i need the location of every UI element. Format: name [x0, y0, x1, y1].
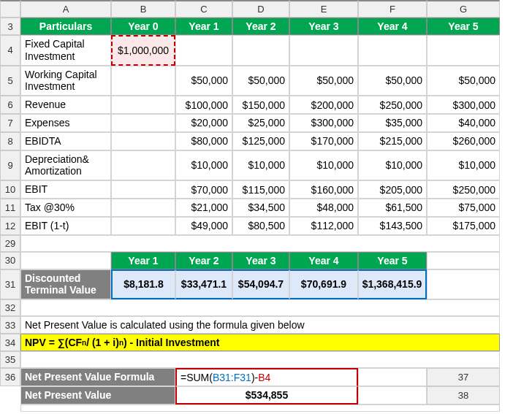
- col-D[interactable]: D: [232, 0, 289, 18]
- hdr2-y4[interactable]: Year 4: [289, 252, 358, 269]
- cell-dtv-y3[interactable]: $54,094.7: [232, 269, 289, 300]
- cell-dtv-y2[interactable]: $33,471.1: [175, 269, 232, 300]
- label-dtv[interactable]: Discounted Terminal Value: [20, 269, 111, 300]
- cell-37-G[interactable]: [358, 386, 427, 405]
- row-31[interactable]: 31: [0, 269, 20, 300]
- cell-ebidta-D[interactable]: $125,000: [232, 132, 289, 150]
- cell-rev-G[interactable]: $300,000: [427, 96, 500, 114]
- label-ebidta[interactable]: EBIDTA: [20, 132, 111, 150]
- cell-ebit-C[interactable]: $70,000: [175, 180, 232, 199]
- npv-formula-text[interactable]: NPV = ∑(CFn / (1 + i)n) - Initial Invest…: [20, 334, 500, 351]
- cell-ebit1t-G[interactable]: $175,000: [427, 217, 500, 235]
- row-6[interactable]: 6: [0, 96, 20, 114]
- cell-exp-F[interactable]: $35,000: [358, 114, 427, 132]
- cell-tax-F[interactable]: $61,500: [358, 199, 427, 217]
- row-10[interactable]: 10: [0, 180, 20, 199]
- cell-fci-C[interactable]: [175, 35, 232, 66]
- hdr2-y1[interactable]: Year 1: [111, 252, 175, 269]
- cell-dtv-y4[interactable]: $70,691.9: [289, 269, 358, 300]
- label-tax[interactable]: Tax @30%: [20, 199, 111, 217]
- cell-ebit-B[interactable]: [111, 180, 175, 199]
- cell-exp-E[interactable]: $300,000: [289, 114, 358, 132]
- cell-da-D[interactable]: $10,000: [232, 150, 289, 181]
- cell-dtv-y1[interactable]: $8,181.8: [111, 269, 175, 300]
- cell-fci-F[interactable]: [358, 35, 427, 66]
- col-C[interactable]: C: [175, 0, 232, 18]
- cell-tax-G[interactable]: $75,000: [427, 199, 500, 217]
- label-da[interactable]: Depreciation& Amortization: [20, 150, 111, 181]
- row-29[interactable]: 29: [0, 235, 20, 252]
- cell-da-E[interactable]: $10,000: [289, 150, 358, 181]
- row-7[interactable]: 7: [0, 114, 20, 132]
- cell-ebit-E[interactable]: $160,000: [289, 180, 358, 199]
- label-exp[interactable]: Expenses: [20, 114, 111, 132]
- row-11[interactable]: 11: [0, 199, 20, 217]
- col-B[interactable]: B: [111, 0, 175, 18]
- label-rev[interactable]: Revenue: [20, 96, 111, 114]
- cell-rev-E[interactable]: $200,000: [289, 96, 358, 114]
- hdr-y0[interactable]: Year 0: [111, 18, 175, 35]
- row-30[interactable]: 30: [0, 252, 20, 269]
- hdr2-y3[interactable]: Year 3: [232, 252, 289, 269]
- cell-wci-D[interactable]: $50,000: [232, 66, 289, 96]
- hdr2-y2[interactable]: Year 2: [175, 252, 232, 269]
- col-A[interactable]: A: [20, 0, 111, 18]
- cell-fci-B[interactable]: $1,000,000: [111, 35, 175, 66]
- note-npv[interactable]: Net Present Value is calculated using th…: [20, 316, 500, 334]
- label-fci[interactable]: Fixed Capital Investment: [20, 35, 111, 66]
- row-36[interactable]: 36: [0, 368, 20, 386]
- label-wci[interactable]: Working Capital Investment: [20, 66, 111, 96]
- cell-30-A[interactable]: [20, 252, 111, 269]
- hdr-y1[interactable]: Year 1: [175, 18, 232, 35]
- cell-tax-C[interactable]: $21,000: [175, 199, 232, 217]
- cell-ebit1t-C[interactable]: $49,000: [175, 217, 232, 235]
- row-3[interactable]: 3: [0, 18, 20, 35]
- cell-da-F[interactable]: $10,000: [358, 150, 427, 181]
- cell-exp-G[interactable]: $40,000: [427, 114, 500, 132]
- cell-ebidta-F[interactable]: $215,000: [358, 132, 427, 150]
- cell-exp-B[interactable]: [111, 114, 175, 132]
- hdr-y5[interactable]: Year 5: [427, 18, 500, 35]
- cell-ebidta-B[interactable]: [111, 132, 175, 150]
- cell-wci-B[interactable]: [111, 66, 175, 96]
- spreadsheet[interactable]: A B C D E F G 3 Particulars Year 0 Year …: [0, 0, 532, 412]
- cell-da-G[interactable]: $10,000: [427, 150, 500, 181]
- cell-ebit1t-B[interactable]: [111, 217, 175, 235]
- row-38-blank[interactable]: [20, 405, 500, 412]
- row-35-blank[interactable]: [20, 351, 500, 368]
- cell-ebidta-C[interactable]: $80,000: [175, 132, 232, 150]
- cell-wci-F[interactable]: $50,000: [358, 66, 427, 96]
- cell-fci-G[interactable]: [427, 35, 500, 66]
- label-ebit1t[interactable]: EBIT (1-t): [20, 217, 111, 235]
- cell-wci-E[interactable]: $50,000: [289, 66, 358, 96]
- cell-ebit-G[interactable]: $250,000: [427, 180, 500, 199]
- cell-fci-E[interactable]: [289, 35, 358, 66]
- cell-exp-D[interactable]: $25,000: [232, 114, 289, 132]
- row-5[interactable]: 5: [0, 66, 20, 96]
- col-E[interactable]: E: [289, 0, 358, 18]
- row-29-blank[interactable]: [20, 235, 500, 252]
- cell-ebit-D[interactable]: $115,000: [232, 180, 289, 199]
- cell-ebidta-E[interactable]: $170,000: [289, 132, 358, 150]
- cell-tax-E[interactable]: $48,000: [289, 199, 358, 217]
- cell-wci-G[interactable]: $50,000: [427, 66, 500, 96]
- hdr2-y5[interactable]: Year 5: [358, 252, 427, 269]
- cell-ebit1t-D[interactable]: $80,500: [232, 217, 289, 235]
- row-37[interactable]: 37: [427, 368, 500, 386]
- hdr-y2[interactable]: Year 2: [232, 18, 289, 35]
- cell-tax-D[interactable]: $34,500: [232, 199, 289, 217]
- cell-wci-C[interactable]: $50,000: [175, 66, 232, 96]
- cell-ebit1t-E[interactable]: $112,000: [289, 217, 358, 235]
- row-8[interactable]: 8: [0, 132, 20, 150]
- cell-rev-D[interactable]: $150,000: [232, 96, 289, 114]
- row-12[interactable]: 12: [0, 217, 20, 235]
- label-npv[interactable]: Net Present Value: [20, 386, 175, 405]
- cell-npv-value[interactable]: $534,855: [175, 386, 358, 405]
- hdr-particulars[interactable]: Particulars: [20, 18, 111, 35]
- hdr-y3[interactable]: Year 3: [289, 18, 358, 35]
- col-F[interactable]: F: [358, 0, 427, 18]
- cell-tax-B[interactable]: [111, 199, 175, 217]
- row-9[interactable]: 9: [0, 150, 20, 181]
- row-35[interactable]: 35: [0, 351, 20, 368]
- cell-rev-C[interactable]: $100,000: [175, 96, 232, 114]
